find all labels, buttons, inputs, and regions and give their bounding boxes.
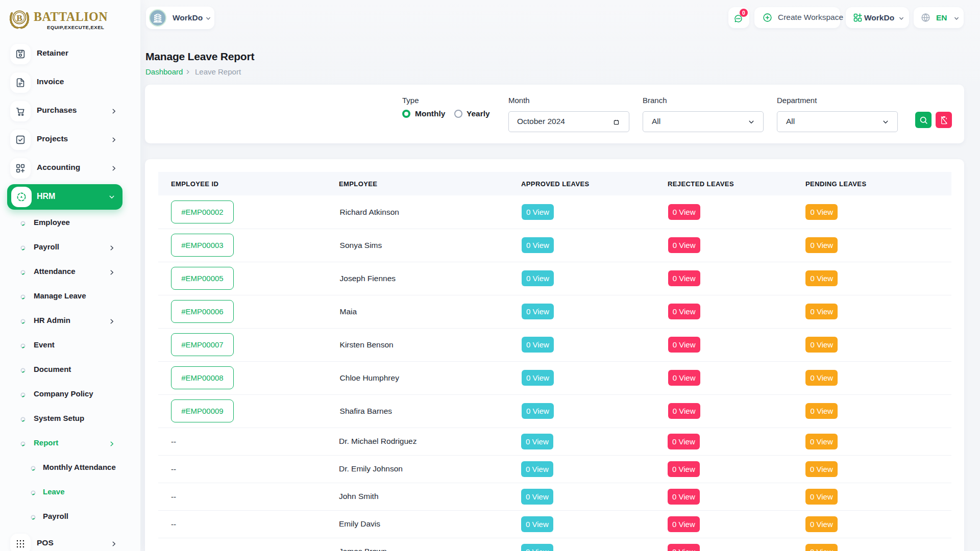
svg-text:B: B — [16, 13, 22, 23]
